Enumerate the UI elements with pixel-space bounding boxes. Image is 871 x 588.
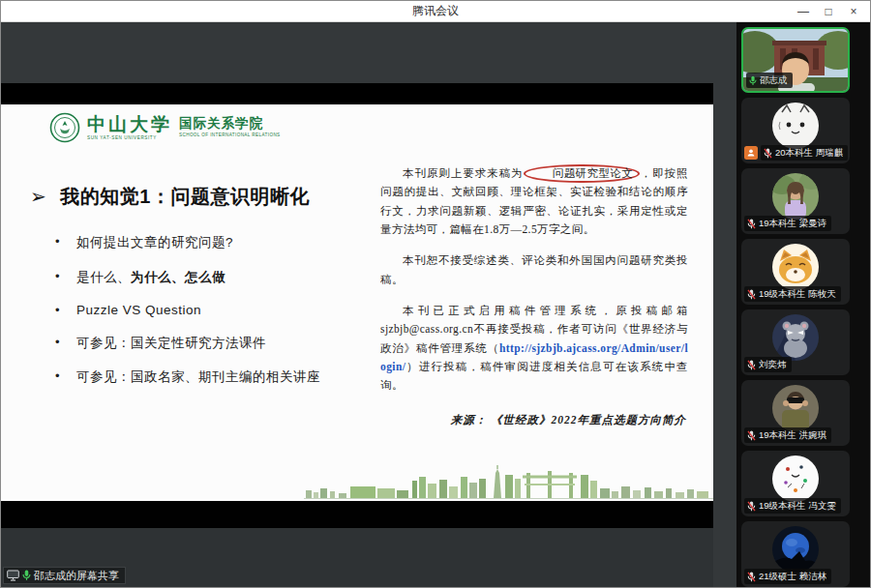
participant-name: 刘奕炜 bbox=[759, 359, 787, 371]
participant-tile[interactable]: 21级硕士 赖洁林 bbox=[741, 521, 850, 587]
journal-notice-column: 本刊原则上要求来稿为问题研究型论文，即按照问题的提出、文献回顾、理论框架、实证检… bbox=[380, 164, 688, 429]
slide-title: ➢我的知觉1：问题意识明晰化 bbox=[30, 184, 310, 210]
mic-muted-icon bbox=[747, 219, 756, 229]
name-badge: 19级本科生 陈牧天 bbox=[744, 286, 841, 302]
share-banner: 邵志成的屏幕共享 bbox=[3, 567, 126, 584]
university-logo: 中山大学 SUN YAT-SEN UNIVERSITY 国际关系学院 SCHOO… bbox=[49, 112, 281, 143]
bullet-item: 如何提出文章的研究问题? bbox=[49, 234, 374, 251]
meeting-content: 中山大学 SUN YAT-SEN UNIVERSITY 国际关系学院 SCHOO… bbox=[1, 22, 870, 587]
close-button[interactable]: × bbox=[841, 1, 866, 22]
participant-tile[interactable]: 19本科生 梁曼诗 bbox=[741, 168, 850, 234]
mic-muted-icon bbox=[747, 501, 756, 512]
mic-muted-icon bbox=[747, 430, 756, 441]
avatar bbox=[772, 526, 819, 573]
paragraph-requirements: 本刊原则上要求来稿为问题研究型论文，即按照问题的提出、文献回顾、理论框架、实证检… bbox=[380, 164, 688, 239]
name-badge: 20本科生 周瑞麒 bbox=[761, 145, 848, 161]
university-name-cn: 中山大学 bbox=[87, 115, 172, 134]
avatar bbox=[772, 173, 819, 220]
participant-sidebar[interactable]: 邵志成 bbox=[736, 22, 870, 587]
participant-name: 21级硕士 赖洁林 bbox=[759, 571, 826, 583]
participant-tile[interactable]: 19本科生 洪婉琪 bbox=[741, 380, 850, 446]
mic-muted-icon bbox=[764, 148, 772, 159]
participant-name: 19本科生 洪婉琪 bbox=[759, 429, 826, 442]
mic-muted-icon bbox=[747, 360, 756, 370]
presentation-slide: 中山大学 SUN YAT-SEN UNIVERSITY 国际关系学院 SCHOO… bbox=[1, 104, 713, 501]
school-name-cn: 国际关系学院 bbox=[179, 117, 281, 131]
name-badge: 刘奕炜 bbox=[744, 357, 792, 372]
bullet-item: 可参见：国政名家、期刊主编的相关讲座 bbox=[49, 368, 374, 386]
circled-text: 问题研究型论文 bbox=[524, 164, 640, 183]
avatar bbox=[772, 456, 819, 502]
slide-title-text: 我的知觉1：问题意识明晰化 bbox=[60, 186, 310, 207]
participant-name: 19级本科生 冯文雯 bbox=[759, 500, 836, 513]
window-controls: — □ × bbox=[791, 1, 866, 22]
participant-tile[interactable]: 19级本科生 陈牧天 bbox=[741, 239, 850, 305]
minimize-button[interactable]: — bbox=[791, 1, 816, 22]
letterbox-top bbox=[1, 22, 713, 83]
bullet-list: 如何提出文章的研究问题? 是什么、为什么、怎么做 Puzzle VS Quest… bbox=[49, 234, 374, 403]
participant-name: 邵志成 bbox=[760, 74, 788, 87]
meeting-window: 腾讯会议 — □ × 中山大学 bbox=[0, 0, 871, 588]
bullet-item: 可参见：国关定性研究方法课件 bbox=[49, 335, 374, 352]
avatar bbox=[772, 103, 819, 149]
arrow-bullet-icon: ➢ bbox=[30, 186, 46, 207]
paragraph-submission: 本刊已正式启用稿件管理系统，原投稿邮箱sjzbjb@cass.org.cn不再接… bbox=[380, 302, 688, 396]
maximize-button[interactable]: □ bbox=[816, 1, 841, 22]
paragraph-restrictions: 本刊恕不接受综述类、评论类和外国国内问题研究类投稿。 bbox=[380, 251, 688, 289]
avatar bbox=[772, 385, 819, 431]
share-banner-text: 邵志成的屏幕共享 bbox=[34, 569, 119, 583]
skyline-graphic bbox=[304, 465, 713, 500]
avatar bbox=[772, 314, 819, 361]
participant-tile[interactable]: 20本科生 周瑞麒 bbox=[741, 98, 850, 163]
monitor-icon bbox=[7, 570, 19, 581]
sidebar-divider bbox=[713, 22, 736, 587]
member-badge-icon bbox=[744, 146, 758, 160]
participant-name: 20本科生 周瑞麒 bbox=[775, 147, 843, 160]
name-badge: 19级本科生 冯文雯 bbox=[744, 498, 841, 514]
participant-tile[interactable]: 邵志成 bbox=[741, 27, 850, 93]
mic-muted-icon bbox=[747, 572, 756, 582]
participant-tile[interactable]: 19级本科生 冯文雯 bbox=[741, 451, 850, 516]
window-title: 腾讯会议 bbox=[412, 3, 459, 19]
name-badge: 19本科生 梁曼诗 bbox=[744, 216, 831, 231]
participant-name: 19级本科生 陈牧天 bbox=[759, 288, 836, 301]
mic-on-icon bbox=[22, 570, 31, 581]
bullet-item: 是什么、为什么、怎么做 bbox=[49, 269, 374, 286]
letterbox-bottom-black bbox=[1, 501, 713, 528]
bullet-item: Puzzle VS Question bbox=[49, 303, 374, 317]
letterbox-top-black bbox=[1, 83, 713, 104]
participant-name: 19本科生 梁曼诗 bbox=[759, 218, 826, 230]
university-emblem-icon bbox=[49, 112, 80, 143]
participant-tile[interactable]: 刘奕炜 bbox=[741, 309, 850, 375]
name-badge: 邵志成 bbox=[746, 73, 793, 88]
source-line: 来源： 《世经政》2022年重点选题方向简介 bbox=[380, 411, 688, 429]
window-titlebar: 腾讯会议 — □ × bbox=[1, 1, 870, 22]
shared-screen: 中山大学 SUN YAT-SEN UNIVERSITY 国际关系学院 SCHOO… bbox=[1, 22, 713, 587]
mic-on-icon bbox=[749, 75, 757, 86]
name-badge: 19本科生 洪婉琪 bbox=[744, 427, 831, 443]
mic-muted-icon bbox=[747, 289, 756, 300]
avatar bbox=[772, 244, 819, 290]
name-badge: 21级硕士 赖洁林 bbox=[744, 569, 831, 584]
university-name-en: SUN YAT-SEN UNIVERSITY bbox=[87, 136, 172, 141]
school-name-en: SCHOOL OF INTERNATIONAL RELATIONS bbox=[179, 133, 281, 138]
